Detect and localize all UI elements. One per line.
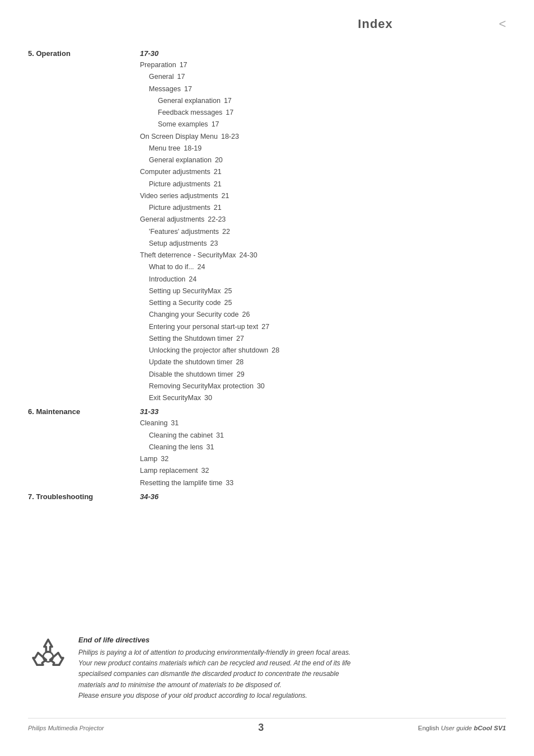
entry-page: 22	[222, 226, 230, 238]
footer-product: bCool SV1	[474, 725, 506, 731]
index-entries-section-6: Cleaning31Cleaning the cabinet31Cleaning…	[140, 417, 506, 489]
eol-title: End of life directives	[78, 636, 506, 644]
section-row-section-6: 6. Maintenance31-33Cleaning31Cleaning th…	[28, 407, 506, 489]
entry-section-5-0: Preparation17	[140, 59, 506, 71]
entry-text: General	[149, 71, 174, 83]
entry-section-5-9: Computer adjustments21	[140, 166, 506, 178]
entry-section-5-18: Introduction24	[140, 274, 506, 285]
entry-section-5-11: Video series adjustments21	[140, 190, 506, 202]
section-row-section-7: 7. Troubleshooting34-36	[28, 492, 506, 503]
entry-section-5-15: Setup adjustments23	[140, 238, 506, 250]
entry-text: Feedback messages	[158, 107, 222, 119]
entry-text: 'Features' adjustments	[149, 226, 219, 238]
entry-text: General explanation	[158, 95, 221, 107]
section-range-section-6: 31-33	[140, 407, 506, 416]
section-label-section-5: 5. Operation	[28, 49, 140, 404]
eol-body: Philips is paying a lot of attention to …	[78, 647, 506, 701]
entry-text: Resetting the lamplife time	[140, 477, 222, 489]
entry-text: What to do if...	[149, 261, 194, 273]
entry-section-5-13: General adjustments22-23	[140, 214, 506, 226]
entry-page: 24	[189, 274, 196, 285]
entry-text: Setting up SecurityMax	[149, 285, 221, 297]
entry-text: Picture adjustments	[149, 202, 210, 214]
eol-directive: End of life directives Philips is paying…	[28, 636, 506, 701]
entry-text: On Screen Display Menu	[140, 131, 218, 143]
index-content: 5. Operation17-30Preparation17General17M…	[28, 49, 506, 506]
footer-section: End of life directives Philips is paying…	[28, 636, 506, 734]
eol-text-block: End of life directives Philips is paying…	[78, 636, 506, 701]
entry-page: 33	[226, 477, 233, 489]
entry-text: Unlocking the projector after shutdown	[149, 345, 268, 356]
entry-page: 27	[236, 333, 244, 345]
entry-page: 29	[237, 369, 245, 381]
entry-page: 26	[242, 309, 250, 321]
entry-page: 21	[214, 166, 222, 178]
entry-text: Picture adjustments	[149, 179, 210, 190]
page-container: Index < 5. Operation17-30Preparation17Ge…	[0, 0, 534, 756]
entry-text: Introduction	[149, 274, 185, 285]
section-range-section-5: 17-30	[140, 49, 506, 58]
entry-page: 31	[216, 430, 224, 442]
entry-page: 28	[271, 345, 279, 356]
entry-text: General adjustments	[140, 214, 204, 226]
entry-section-5-25: Update the shutdown timer28	[140, 356, 506, 368]
page-title: Index	[358, 17, 392, 31]
entry-section-5-20: Setting a Security code25	[140, 297, 506, 309]
entry-section-5-17: What to do if...24	[140, 261, 506, 273]
entry-page: 27	[261, 321, 269, 333]
entry-section-5-5: Some examples17	[140, 119, 506, 130]
entry-text: Messages	[149, 83, 181, 95]
entry-page: 21	[214, 202, 222, 214]
recycle-icon	[28, 636, 68, 676]
entry-section-5-22: Entering your personal start-up text27	[140, 321, 506, 333]
page-header: Index <	[28, 17, 506, 34]
entry-page: 18-19	[184, 143, 202, 154]
footer-page-number: 3	[258, 722, 264, 734]
entry-section-5-14: 'Features' adjustments22	[140, 226, 506, 238]
entry-text: Cleaning the cabinet	[149, 430, 213, 442]
entry-text: Disable the shutdown timer	[149, 369, 233, 381]
entry-text: Setting the Shutdown timer	[149, 333, 233, 345]
entry-text: Cleaning	[140, 417, 167, 429]
svg-point-3	[43, 652, 53, 662]
entry-section-5-1: General17	[140, 71, 506, 83]
section-row-section-5: 5. Operation17-30Preparation17General17M…	[28, 49, 506, 404]
entry-text: Setting a Security code	[149, 297, 221, 309]
entry-section-5-6: On Screen Display Menu18-23	[140, 131, 506, 143]
entry-text: Exit SecurityMax	[149, 392, 201, 404]
entry-section-5-3: General explanation17	[140, 95, 506, 107]
entry-text: General explanation	[149, 154, 212, 166]
entry-text: Lamp	[140, 453, 157, 465]
entry-text: Setup adjustments	[149, 238, 207, 250]
entry-text: Changing your Security code	[149, 309, 239, 321]
entry-page: 20	[215, 154, 223, 166]
entry-page: 21	[221, 190, 229, 202]
entry-section-5-28: Exit SecurityMax30	[140, 392, 506, 404]
entry-section-5-19: Setting up SecurityMax25	[140, 285, 506, 297]
entry-text: Menu tree	[149, 143, 180, 154]
entry-section-6-0: Cleaning31	[140, 417, 506, 429]
entry-section-5-4: Feedback messages17	[140, 107, 506, 119]
header-arrow: <	[499, 17, 506, 31]
page-footer: Philips Multimedia Projector 3 English U…	[28, 718, 506, 734]
entry-page: 17	[224, 95, 232, 107]
entry-section-5-10: Picture adjustments21	[140, 179, 506, 190]
entry-text: Preparation	[140, 59, 176, 71]
entry-page: 30	[204, 392, 212, 404]
entry-page: 21	[214, 179, 222, 190]
entry-text: Lamp replacement	[140, 465, 198, 477]
section-label-section-6: 6. Maintenance	[28, 407, 140, 489]
entry-page: 31	[207, 442, 214, 453]
entry-page: 23	[210, 238, 218, 250]
entry-page: 18-23	[221, 131, 239, 143]
entry-page: 28	[236, 356, 243, 368]
entry-section-5-16: Theft deterrence - SecurityMax24-30	[140, 250, 506, 261]
entry-section-5-7: Menu tree18-19	[140, 143, 506, 154]
entry-section-6-1: Cleaning the cabinet31	[140, 430, 506, 442]
entry-page: 17	[226, 107, 233, 119]
entry-text: Theft deterrence - SecurityMax	[140, 250, 236, 261]
section-label-section-7: 7. Troubleshooting	[28, 492, 140, 503]
entry-page: 17	[212, 119, 219, 130]
entry-text: Update the shutdown timer	[149, 356, 232, 368]
entry-section-5-26: Disable the shutdown timer29	[140, 369, 506, 381]
